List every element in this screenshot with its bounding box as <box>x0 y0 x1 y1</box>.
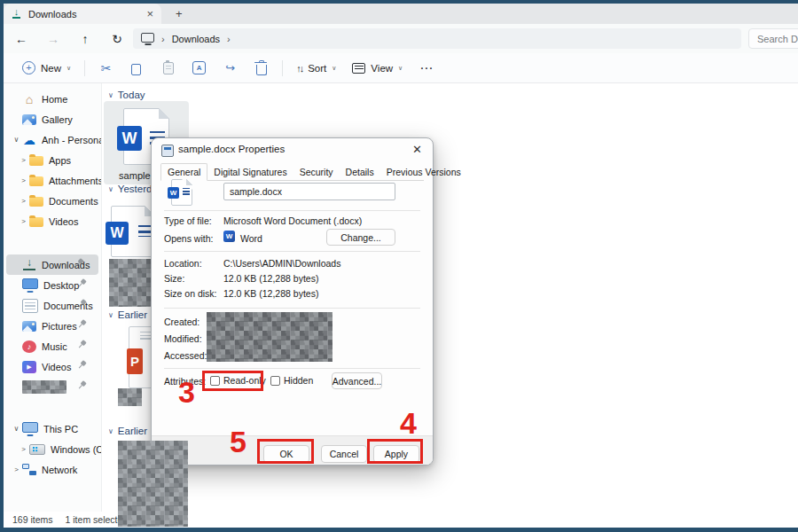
word-document-icon: W <box>171 179 192 206</box>
blurred-label <box>22 380 66 394</box>
apps-icon <box>29 156 43 166</box>
sidebar-gap <box>4 231 101 254</box>
group-header-today[interactable]: ∨ Today <box>108 90 145 100</box>
network-icon <box>22 464 36 475</box>
chevron-down-icon: ∨ <box>108 311 113 319</box>
annotation-step-3: 3 <box>178 377 195 407</box>
sidebar-item-label: Videos <box>49 216 101 227</box>
sidebar-item-label: Apps <box>49 155 101 166</box>
chevron-right-icon[interactable]: > <box>18 217 29 225</box>
size-on-disk-label: Size on disk: <box>164 288 217 299</box>
group-header-earlier[interactable]: ∨ Earlier <box>108 309 147 320</box>
desktop-icon <box>22 278 38 289</box>
sidebar-item-label: Gallery <box>42 114 101 125</box>
word-w-badge: W <box>117 126 142 151</box>
dialog-tab-details[interactable]: Details <box>340 164 380 180</box>
group-label: Earlier <box>118 426 147 436</box>
chevron-right-icon[interactable]: > <box>18 156 29 164</box>
chevron-right-icon[interactable]: > <box>11 466 22 473</box>
downloads-icon <box>22 258 36 271</box>
home-icon <box>22 92 36 106</box>
pin-icon <box>74 379 91 395</box>
opens-with-value: Word <box>240 233 262 244</box>
sidebar-item-label: Documents <box>49 196 101 207</box>
location-value: C:\Users\ADMIN\Downloads <box>223 258 340 269</box>
sidebar-item-home[interactable]: Home <box>4 89 101 109</box>
type-of-file-value: Microsoft Word Document (.docx) <box>223 215 362 226</box>
powerpoint-p-badge: P <box>127 348 143 374</box>
sidebar-item-pictures[interactable]: Pictures <box>4 316 101 336</box>
sidebar-item-anh-personal[interactable]: ∨Anh - Personal <box>4 129 101 150</box>
sidebar-item-downloads[interactable]: Downloads <box>6 254 98 275</box>
group-label: Today <box>118 90 145 100</box>
chevron-down-icon: ∨ <box>108 427 113 435</box>
powerpoint-document-icon[interactable]: P <box>129 326 153 388</box>
properties-dialog-icon <box>161 145 174 157</box>
divider <box>164 251 420 252</box>
sidebar-item-blurred[interactable] <box>4 377 101 397</box>
music-icon <box>22 340 36 353</box>
videos-icon <box>22 361 36 373</box>
text-lines <box>138 225 152 237</box>
pictures-icon <box>22 321 36 332</box>
sidebar-item-videos[interactable]: Videos <box>4 356 101 377</box>
text-lines <box>183 188 190 195</box>
sidebar-item-documents[interactable]: >Documents <box>4 191 101 211</box>
change-button[interactable]: Change... <box>326 229 395 246</box>
sidebar-item-videos[interactable]: >Videos <box>4 211 101 231</box>
dialog-tab-security[interactable]: Security <box>293 164 340 180</box>
word-w-badge: W <box>106 222 129 245</box>
sidebar-item-label: Downloads <box>42 260 98 270</box>
sidebar-item-label: This PC <box>43 424 101 434</box>
sidebar-item-gallery[interactable]: Gallery <box>4 109 101 129</box>
sidebar-item-apps[interactable]: >Apps <box>4 150 101 170</box>
cancel-button[interactable]: Cancel <box>321 445 367 463</box>
filename-field[interactable]: sample.docx <box>223 183 395 200</box>
videos-icon <box>29 217 43 227</box>
sidebar-item-label: Windows (C:) <box>51 444 101 455</box>
chevron-right-icon[interactable]: > <box>18 176 29 184</box>
chevron-down-icon[interactable]: ∨ <box>11 425 22 433</box>
chevron-right-icon[interactable]: > <box>18 445 29 453</box>
sidebar-item-attachments[interactable]: >Attachments <box>4 170 101 191</box>
sidebar-item-music[interactable]: Music <box>4 336 101 356</box>
group-header-earlier-2[interactable]: ∨ Earlier <box>108 426 147 436</box>
sidebar-item-label: Anh - Personal <box>42 135 101 145</box>
chevron-right-icon[interactable]: > <box>18 197 29 205</box>
type-of-file-label: Type of file: <box>164 215 212 226</box>
sidebar-item-desktop[interactable]: Desktop <box>4 275 101 295</box>
word-document-icon[interactable]: W <box>111 206 155 257</box>
sidebar-item-label: Documents <box>43 301 101 311</box>
documents-icon <box>29 197 43 207</box>
annotation-box-apply <box>367 439 423 464</box>
sidebar-item-network[interactable]: >Network <box>4 459 101 480</box>
attachments-icon <box>29 176 43 186</box>
size-value: 12.0 KB (12,288 bytes) <box>223 273 318 284</box>
dialog-tab-previous-versions[interactable]: Previous Versions <box>380 164 467 180</box>
chevron-down-icon[interactable]: ∨ <box>11 136 22 144</box>
advanced-button[interactable]: Advanced... <box>332 372 382 389</box>
sidebar: HomeGallery∨Anh - Personal>Apps>Attachme… <box>4 83 102 512</box>
hidden-checkbox[interactable] <box>270 376 280 386</box>
dialog-title: sample.docx Properties <box>178 144 285 154</box>
page-fold <box>186 179 192 185</box>
sidebar-item-this-pc[interactable]: ∨This PC <box>4 419 101 439</box>
divider <box>164 368 420 369</box>
chevron-down-icon: ∨ <box>108 185 113 193</box>
sidebar-gap <box>4 397 101 419</box>
created-label: Created: <box>164 317 200 327</box>
sidebar-item-label: Network <box>42 465 101 475</box>
blurred-thumbnail <box>118 388 142 406</box>
sidebar-item-documents[interactable]: Documents <box>4 295 101 316</box>
blurred-dates <box>207 312 332 362</box>
annotation-box-read-only <box>202 371 263 391</box>
close-icon[interactable]: ✕ <box>412 143 422 156</box>
size-on-disk-value: 12.0 KB (12,288 bytes) <box>223 288 318 299</box>
items-count: 169 items <box>12 514 53 525</box>
word-app-icon <box>223 231 235 242</box>
dialog-tab-general[interactable]: General <box>160 163 207 181</box>
sidebar-item-windows-c[interactable]: >Windows (C:) <box>4 439 101 459</box>
dialog-tab-digital-signatures[interactable]: Digital Signatures <box>207 164 293 180</box>
file-explorer-window: Downloads × + ← → ↑ ↻ › Downloads › Sear… <box>4 4 798 528</box>
chevron-down-icon: ∨ <box>108 91 113 99</box>
